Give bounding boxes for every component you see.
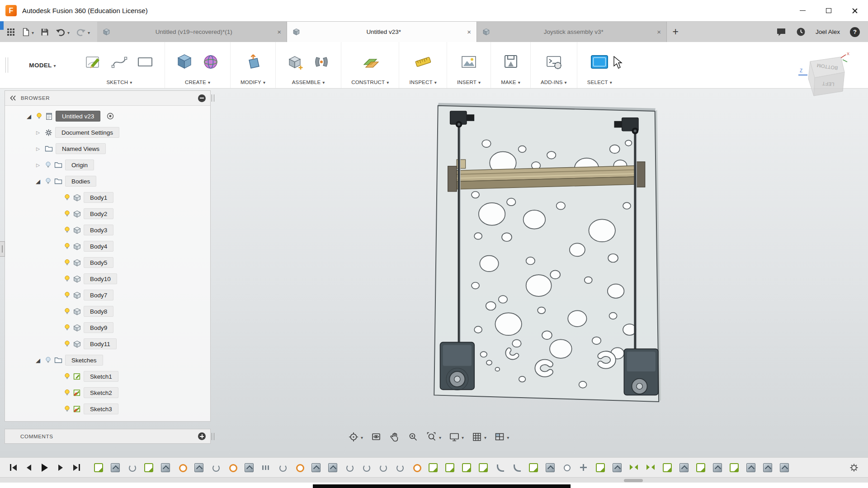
bulb-yellow-icon[interactable] (64, 243, 71, 250)
minimize-button[interactable] (789, 0, 816, 21)
revolve-feature[interactable] (127, 463, 137, 472)
redo-chevron-down-icon[interactable] (86, 28, 90, 36)
revolve-feature[interactable] (278, 463, 287, 472)
tab-close-icon[interactable]: × (277, 28, 281, 35)
measure-button[interactable] (414, 52, 433, 71)
bulb-yellow-icon[interactable] (64, 275, 71, 282)
sketch-feature[interactable] (445, 463, 454, 472)
press-pull-button[interactable] (244, 52, 263, 71)
sketch-feature[interactable] (663, 463, 672, 472)
skip-to-start-button[interactable] (6, 461, 20, 474)
ribbon-group-menu[interactable]: INSPECT (409, 80, 436, 85)
panel-resize-grip[interactable] (212, 433, 214, 440)
extrude-feature[interactable] (713, 463, 722, 472)
extrude-feature[interactable] (546, 463, 555, 472)
undo-chevron-down-icon[interactable] (66, 28, 70, 36)
browser-row[interactable]: Sketch3 (5, 401, 210, 417)
extrude-feature[interactable] (328, 463, 337, 472)
joint-feature[interactable] (228, 463, 237, 472)
new-box-button[interactable] (175, 52, 194, 71)
create-sketch-button[interactable] (84, 52, 103, 71)
collapse-arrow-icon[interactable]: ◢ (34, 357, 42, 364)
browser-row[interactable]: ◢Bodies (5, 173, 210, 189)
viewports-chevron-down-icon[interactable] (505, 433, 509, 441)
workspace-switcher[interactable]: MODEL (11, 42, 74, 88)
save-button[interactable] (38, 26, 51, 38)
browser-row[interactable]: Body2 (5, 206, 210, 222)
revolve-feature[interactable] (211, 463, 220, 472)
timeline-settings-icon[interactable] (849, 463, 859, 473)
extrude-feature[interactable] (245, 463, 254, 472)
look-at-button[interactable] (369, 430, 383, 444)
grid-settings-chevron-down-icon[interactable] (482, 433, 486, 441)
bulb-yellow-icon[interactable] (64, 373, 71, 380)
fillet-feature[interactable] (495, 463, 505, 472)
bulb-yellow-icon[interactable] (64, 210, 71, 217)
bulb-blue-icon[interactable] (45, 357, 52, 364)
joint-feature[interactable] (295, 463, 304, 472)
sketch-feature[interactable] (696, 463, 705, 472)
bulb-yellow-icon[interactable] (64, 405, 71, 413)
bulb-yellow-icon[interactable] (64, 291, 71, 299)
file-new-button[interactable] (20, 26, 36, 38)
sketch-feature[interactable] (529, 463, 538, 472)
browser-row[interactable]: ▷Document Settings (5, 124, 210, 141)
extrude-feature[interactable] (161, 463, 170, 472)
ribbon-group-menu[interactable]: ADD-INS (541, 80, 567, 85)
bulb-yellow-icon[interactable] (64, 340, 71, 347)
collapse-panel-icon[interactable] (9, 95, 17, 101)
play-button[interactable] (38, 461, 52, 474)
extrude-feature[interactable] (780, 463, 789, 472)
document-tab[interactable]: Joystick assembly v3*× (477, 22, 667, 42)
tab-close-icon[interactable]: × (657, 28, 661, 35)
joint-feature[interactable] (412, 463, 421, 472)
user-name[interactable]: Joel Alex (816, 28, 840, 35)
ribbon-group-menu[interactable]: MODIFY (241, 80, 265, 85)
document-tab[interactable]: Untitled v23*× (287, 22, 477, 42)
ribbon-group-menu[interactable]: CONSTRUCT (351, 80, 389, 85)
bulb-yellow-icon[interactable] (64, 389, 71, 396)
bulb-yellow-icon[interactable] (36, 113, 42, 120)
extrude-feature[interactable] (111, 463, 120, 472)
display-settings-button[interactable] (447, 430, 466, 444)
browser-row[interactable]: Body5 (5, 254, 210, 271)
revolve-feature[interactable] (362, 463, 371, 472)
sketch-feature[interactable] (730, 463, 739, 472)
fillet-feature[interactable] (512, 463, 521, 472)
new-document-tab-button[interactable] (667, 22, 684, 42)
bulb-blue-icon[interactable] (45, 161, 52, 169)
browser-row[interactable]: ◢Untitled v23 (5, 108, 210, 124)
revolve-feature[interactable] (395, 463, 404, 472)
comments-panel[interactable]: COMMENTS (5, 429, 211, 444)
sketch-feature[interactable] (429, 463, 438, 472)
mirror-feature[interactable] (646, 463, 655, 472)
pan-button[interactable] (387, 430, 402, 444)
timeline-scroll-thumb[interactable] (624, 479, 643, 482)
tab-close-icon[interactable]: × (467, 28, 471, 35)
joint-feature[interactable] (178, 463, 187, 472)
timeline-scrollbar[interactable] (0, 477, 868, 483)
revolve-feature[interactable] (345, 463, 354, 472)
redo-button[interactable] (74, 26, 92, 38)
extrude-feature[interactable] (763, 463, 772, 472)
add-ins-scripts-button[interactable] (544, 52, 563, 71)
viewports-button[interactable] (492, 430, 511, 444)
browser-row[interactable]: Body3 (5, 222, 210, 238)
extrude-feature[interactable] (194, 463, 203, 472)
undo-button[interactable] (54, 26, 71, 38)
expand-arrow-icon[interactable]: ▷ (34, 130, 42, 135)
maximize-button[interactable] (816, 0, 842, 21)
orbit-button[interactable] (346, 430, 365, 444)
toolbar-grip[interactable] (5, 57, 8, 73)
browser-row[interactable]: ◢Sketches (5, 352, 210, 368)
select-button[interactable] (589, 52, 610, 71)
comments-icon[interactable] (776, 28, 786, 37)
viewcube[interactable]: BOTTOM LEFT Z X (797, 50, 852, 106)
expand-arrow-icon[interactable]: ▷ (34, 146, 42, 151)
step-forward-button[interactable] (54, 461, 67, 474)
display-settings-chevron-down-icon[interactable] (460, 433, 464, 441)
panel-resize-grip[interactable] (212, 94, 214, 102)
sketch-feature[interactable] (462, 463, 471, 472)
sketch-feature[interactable] (94, 463, 103, 472)
file-new-chevron-down-icon[interactable] (30, 28, 34, 36)
